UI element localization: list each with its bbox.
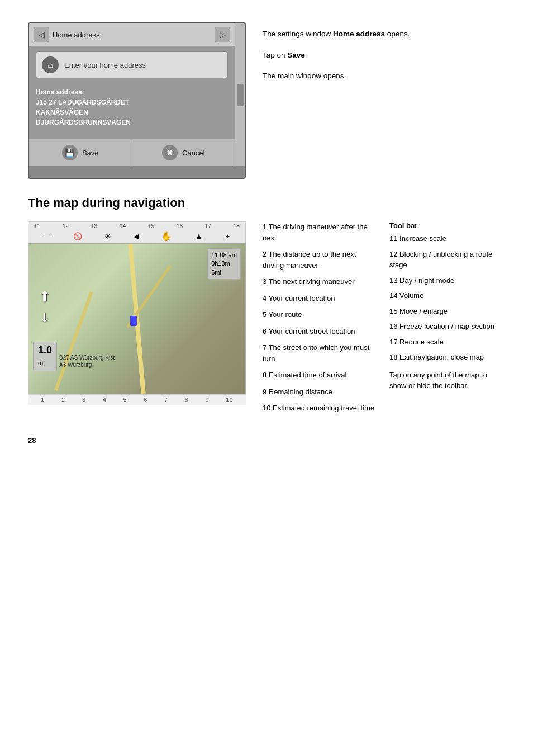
toolbar-num-11: 11: [34, 223, 40, 229]
nav-screen-body: ⌂ Enter your home address Home address: …: [29, 46, 235, 139]
road-label-area: B27 AS Würzburg Kist A3 Würzburg: [59, 354, 115, 368]
road-label-2: A3 Würzburg: [59, 362, 92, 368]
arrival-time: 11:08 am: [211, 252, 237, 258]
cancel-button[interactable]: ✖ Cancel: [132, 139, 235, 166]
toolbar-num-14: 14: [120, 223, 126, 229]
toolbar-13: 13 Day / night mode: [389, 275, 505, 286]
ann-10: 10 Estimated remaining travel time: [263, 403, 378, 414]
toolbar-note: Tap on any point of the map to show or h…: [389, 370, 505, 391]
nav-screen: ◁ Home address ▷ ⌂ Enter your home addre…: [28, 22, 246, 179]
ann-2: 2 The distance up to the next driving ma…: [263, 249, 378, 271]
bottom-num-4: 4: [103, 396, 106, 403]
remaining-dist: 6mi: [211, 269, 221, 276]
back-button[interactable]: ◁: [34, 27, 49, 42]
ann-5: 5 Your route: [263, 309, 378, 320]
toolbar-14: 14 Volume: [389, 290, 505, 301]
nav-screen-footer: 💾 Save ✖ Cancel: [29, 139, 235, 166]
road-side: [54, 291, 93, 391]
address-icon: ⌂: [42, 56, 59, 73]
road-label-1: B27 AS Würzburg Kist: [59, 355, 115, 361]
para2: Tap on Save.: [263, 49, 505, 62]
left-arrows: ⬆ ↙: [39, 289, 50, 324]
bottom-num-5: 5: [123, 396, 126, 403]
toolbar-17: 17 Reduce scale: [389, 337, 505, 348]
bottom-num-7: 7: [164, 396, 168, 403]
map-info-box: 11:08 am 0h13m 6mi: [207, 248, 241, 280]
ann-1: 1 The driving maneuver after the next: [263, 221, 378, 243]
toolbar-18: 18 Exit navigation, close map: [389, 352, 505, 363]
bottom-num-3: 3: [82, 396, 85, 403]
increase-scale-icon[interactable]: —: [44, 232, 51, 240]
map-container: 11 12 13 14 15 16 17 18 — 🚫 ☀ ◀ ✋ ▲ +: [28, 221, 246, 419]
ann-8: 8 Estimated time of arrival: [263, 370, 378, 381]
toolbar-num-13: 13: [91, 223, 97, 229]
top-section: ◁ Home address ▷ ⌂ Enter your home addre…: [28, 22, 505, 179]
nav-screen-header: ◁ Home address ▷: [29, 23, 235, 46]
enter-address-label: Enter your home address: [64, 61, 146, 69]
section-title: The map during navigation: [28, 196, 505, 210]
forward-button[interactable]: ▷: [215, 27, 230, 42]
map-section: 11 12 13 14 15 16 17 18 — 🚫 ☀ ◀ ✋ ▲ +: [28, 221, 505, 419]
blocking-icon[interactable]: 🚫: [73, 232, 82, 240]
toolbar-num-17: 17: [205, 223, 211, 229]
scroll-bar[interactable]: [235, 23, 245, 166]
bottom-num-1: 1: [41, 396, 44, 403]
day-night-icon[interactable]: ☀: [104, 232, 111, 240]
page-number: 28: [28, 436, 505, 445]
bottom-num-10: 10: [226, 396, 232, 403]
annotations: 1 The driving maneuver after the next 2 …: [263, 221, 505, 419]
save-button[interactable]: 💾 Save: [29, 139, 132, 166]
map-image[interactable]: ⬆ ↙ 11:08 am 0h13m 6mi 1.0 mi B27 AS Wür…: [28, 243, 246, 394]
home-address-info: Home address: J15 27 LADUGÅRDSGÄRDET KAK…: [36, 85, 228, 133]
toolbar-12: 12 Blocking / unblocking a route stage: [389, 249, 505, 271]
remaining-time: 0h13m: [211, 260, 230, 267]
toolbar-icons: — 🚫 ☀ ◀ ✋ ▲ +: [28, 229, 246, 243]
map-bottom-numbers: 1 2 3 4 5 6 7 8 9 10: [28, 394, 246, 405]
screen-title: Home address: [53, 31, 211, 39]
maneuver-arrow-1: ⬆: [39, 289, 50, 304]
ann-3: 3 The next driving maneuver: [263, 276, 378, 287]
map-distance-display: 1.0 mi: [33, 342, 57, 371]
para3: The main window opens.: [263, 70, 505, 82]
toolbar-column: Tool bar 11 Increase scale 12 Blocking /…: [389, 221, 505, 419]
toolbar-title: Tool bar: [389, 221, 505, 230]
save-icon: 💾: [62, 145, 78, 160]
ann-6: 6 Your current street location: [263, 326, 378, 337]
bottom-num-8: 8: [185, 396, 188, 403]
maneuver-arrow-2: ↙: [36, 308, 54, 327]
toolbar-num-18: 18: [234, 223, 240, 229]
top-instructions: The settings window Home address opens. …: [263, 22, 505, 179]
bottom-num-2: 2: [61, 396, 65, 403]
para1: The settings window Home address opens.: [263, 28, 505, 40]
bottom-num-6: 6: [144, 396, 147, 403]
toolbar-15: 15 Move / enlarge: [389, 306, 505, 317]
toolbar-16: 16 Freeze location / map section: [389, 321, 505, 332]
toolbar-row: 11 12 13 14 15 16 17 18: [28, 221, 246, 229]
toolbar-11: 11 Increase scale: [389, 233, 505, 244]
annotation-column-left: 1 The driving maneuver after the next 2 …: [263, 221, 378, 419]
ann-4: 4 Your current location: [263, 293, 378, 304]
car-indicator: [130, 316, 137, 326]
reduce-scale-icon[interactable]: +: [226, 232, 230, 240]
bottom-num-9: 9: [206, 396, 209, 403]
toolbar-num-12: 12: [63, 223, 69, 229]
ann-9: 9 Remaining distance: [263, 386, 378, 398]
distance-unit: mi: [38, 360, 45, 366]
toolbar-num-15: 15: [148, 223, 154, 229]
move-enlarge-icon[interactable]: ✋: [161, 231, 172, 242]
cancel-icon: ✖: [162, 145, 178, 160]
freeze-icon[interactable]: ▲: [194, 231, 203, 242]
enter-address-bar[interactable]: ⌂ Enter your home address: [36, 51, 228, 78]
toolbar-num-16: 16: [177, 223, 183, 229]
ann-7: 7 The street onto which you must turn: [263, 342, 378, 364]
volume-icon[interactable]: ◀: [134, 232, 139, 240]
